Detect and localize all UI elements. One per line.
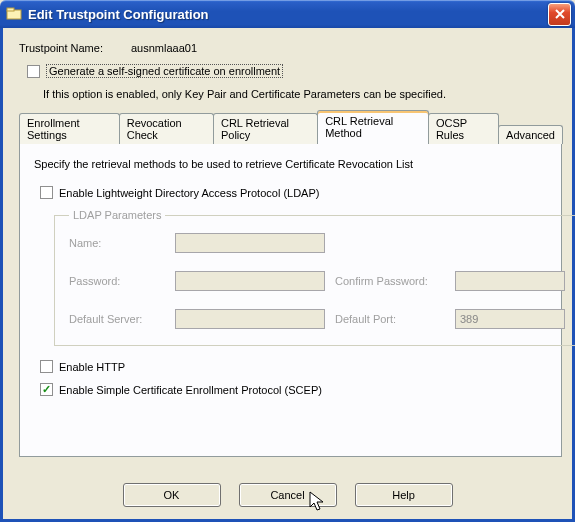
enable-ldap-label: Enable Lightweight Directory Access Prot…	[59, 187, 319, 199]
title-bar: Edit Trustpoint Configuration	[0, 0, 575, 28]
ok-button[interactable]: OK	[123, 483, 221, 507]
ldap-parameters-group: LDAP Parameters Name: Password: Confirm …	[54, 209, 575, 346]
tab-crl-retrieval-policy[interactable]: CRL Retrieval Policy	[213, 113, 318, 144]
ldap-default-port-input	[455, 309, 565, 329]
ldap-name-label: Name:	[69, 237, 165, 249]
svg-rect-1	[7, 8, 14, 11]
trustpoint-name-value: ausnmlaaa01	[131, 42, 197, 54]
enable-http-label: Enable HTTP	[59, 361, 125, 373]
client-area: Trustpoint Name: ausnmlaaa01 Generate a …	[0, 28, 575, 522]
self-signed-helper: If this option is enabled, only Key Pair…	[43, 88, 562, 100]
enable-http-checkbox[interactable]	[40, 360, 53, 373]
self-signed-label: Generate a self-signed certificate on en…	[46, 64, 283, 78]
ldap-confirm-password-input	[455, 271, 565, 291]
ldap-default-server-input	[175, 309, 325, 329]
enable-scep-label: Enable Simple Certificate Enrollment Pro…	[59, 384, 322, 396]
ldap-parameters-legend: LDAP Parameters	[69, 209, 165, 221]
window-title: Edit Trustpoint Configuration	[28, 7, 548, 22]
panel-description: Specify the retrieval methods to be used…	[34, 158, 547, 170]
ldap-name-input	[175, 233, 325, 253]
ldap-password-input	[175, 271, 325, 291]
ldap-default-port-label: Default Port:	[335, 313, 445, 325]
app-icon	[6, 6, 22, 22]
tab-crl-retrieval-method[interactable]: CRL Retrieval Method	[317, 110, 429, 143]
tab-enrollment-settings[interactable]: Enrollment Settings	[19, 113, 120, 144]
enable-ldap-checkbox[interactable]	[40, 186, 53, 199]
ldap-confirm-password-label: Confirm Password:	[335, 275, 445, 287]
help-button[interactable]: Help	[355, 483, 453, 507]
ldap-password-label: Password:	[69, 275, 165, 287]
ldap-default-server-label: Default Server:	[69, 313, 165, 325]
tab-ocsp-rules[interactable]: OCSP Rules	[428, 113, 499, 144]
tab-strip: Enrollment Settings Revocation Check CRL…	[19, 110, 562, 143]
tab-revocation-check[interactable]: Revocation Check	[119, 113, 214, 144]
close-button[interactable]	[548, 3, 571, 26]
enable-scep-checkbox[interactable]	[40, 383, 53, 396]
trustpoint-name-label: Trustpoint Name:	[19, 42, 103, 54]
cancel-button[interactable]: Cancel	[239, 483, 337, 507]
self-signed-checkbox[interactable]	[27, 65, 40, 78]
tab-panel: Specify the retrieval methods to be used…	[19, 143, 562, 457]
tab-advanced[interactable]: Advanced	[498, 125, 563, 144]
dialog-button-row: OK Cancel Help	[3, 483, 572, 507]
